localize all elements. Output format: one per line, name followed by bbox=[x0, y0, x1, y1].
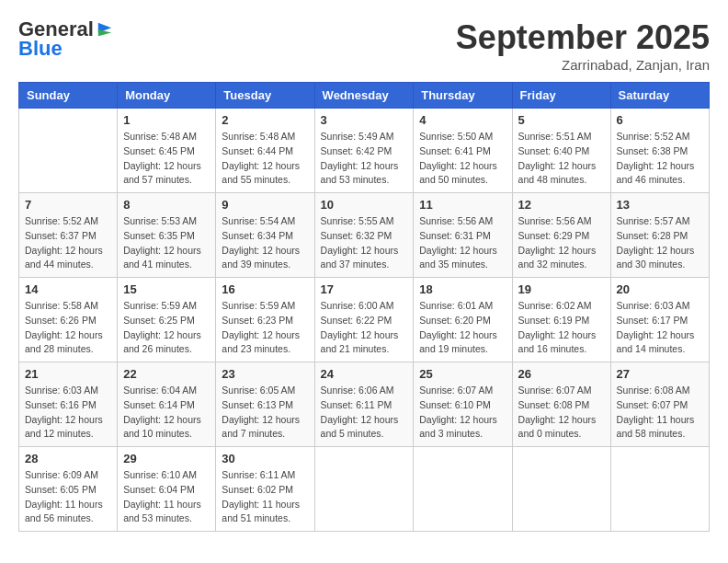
weekday-header-sunday: Sunday bbox=[19, 83, 118, 109]
calendar-cell bbox=[314, 447, 414, 532]
day-info: Sunrise: 5:52 AM Sunset: 6:37 PM Dayligh… bbox=[25, 214, 111, 272]
calendar-week-5: 28Sunrise: 6:09 AM Sunset: 6:05 PM Dayli… bbox=[19, 447, 710, 532]
day-number: 1 bbox=[123, 113, 210, 127]
day-info: Sunrise: 5:58 AM Sunset: 6:26 PM Dayligh… bbox=[25, 299, 111, 357]
day-info: Sunrise: 5:52 AM Sunset: 6:38 PM Dayligh… bbox=[617, 130, 703, 188]
location-subtitle: Zarrinabad, Zanjan, Iran bbox=[456, 57, 710, 73]
weekday-header-saturday: Saturday bbox=[610, 83, 709, 109]
day-info: Sunrise: 5:56 AM Sunset: 6:29 PM Dayligh… bbox=[518, 214, 605, 272]
calendar-cell: 11Sunrise: 5:56 AM Sunset: 6:31 PM Dayli… bbox=[414, 193, 512, 278]
calendar-cell: 13Sunrise: 5:57 AM Sunset: 6:28 PM Dayli… bbox=[610, 193, 709, 278]
calendar-cell: 15Sunrise: 5:59 AM Sunset: 6:25 PM Dayli… bbox=[118, 278, 216, 362]
day-info: Sunrise: 5:53 AM Sunset: 6:35 PM Dayligh… bbox=[123, 214, 210, 272]
day-number: 25 bbox=[419, 367, 506, 381]
calendar-cell: 24Sunrise: 6:06 AM Sunset: 6:11 PM Dayli… bbox=[314, 362, 414, 447]
calendar-cell: 14Sunrise: 5:58 AM Sunset: 6:26 PM Dayli… bbox=[19, 278, 118, 362]
calendar-cell: 1Sunrise: 5:48 AM Sunset: 6:45 PM Daylig… bbox=[118, 109, 216, 193]
day-info: Sunrise: 5:51 AM Sunset: 6:40 PM Dayligh… bbox=[518, 130, 605, 188]
weekday-header-friday: Friday bbox=[512, 83, 610, 109]
calendar-cell: 28Sunrise: 6:09 AM Sunset: 6:05 PM Dayli… bbox=[19, 447, 118, 532]
day-info: Sunrise: 5:48 AM Sunset: 6:45 PM Dayligh… bbox=[123, 130, 210, 188]
day-info: Sunrise: 6:11 AM Sunset: 6:02 PM Dayligh… bbox=[222, 468, 308, 526]
calendar-cell: 21Sunrise: 6:03 AM Sunset: 6:16 PM Dayli… bbox=[19, 362, 118, 447]
day-number: 3 bbox=[321, 113, 408, 127]
calendar-cell: 19Sunrise: 6:02 AM Sunset: 6:19 PM Dayli… bbox=[512, 278, 610, 362]
day-info: Sunrise: 5:55 AM Sunset: 6:32 PM Dayligh… bbox=[321, 214, 408, 272]
day-number: 2 bbox=[222, 113, 308, 127]
calendar-cell: 9Sunrise: 5:54 AM Sunset: 6:34 PM Daylig… bbox=[216, 193, 314, 278]
calendar-week-1: 1Sunrise: 5:48 AM Sunset: 6:45 PM Daylig… bbox=[19, 109, 710, 193]
calendar-cell: 25Sunrise: 6:07 AM Sunset: 6:10 PM Dayli… bbox=[414, 362, 512, 447]
calendar-week-4: 21Sunrise: 6:03 AM Sunset: 6:16 PM Dayli… bbox=[19, 362, 710, 447]
calendar-cell: 12Sunrise: 5:56 AM Sunset: 6:29 PM Dayli… bbox=[512, 193, 610, 278]
calendar-cell: 3Sunrise: 5:49 AM Sunset: 6:42 PM Daylig… bbox=[314, 109, 414, 193]
calendar-cell bbox=[512, 447, 610, 532]
day-info: Sunrise: 5:59 AM Sunset: 6:25 PM Dayligh… bbox=[123, 299, 210, 357]
day-number: 4 bbox=[419, 113, 506, 127]
day-number: 20 bbox=[617, 282, 703, 296]
day-info: Sunrise: 5:57 AM Sunset: 6:28 PM Dayligh… bbox=[617, 214, 703, 272]
day-number: 28 bbox=[25, 452, 111, 465]
day-number: 5 bbox=[518, 113, 605, 127]
calendar-cell: 27Sunrise: 6:08 AM Sunset: 6:07 PM Dayli… bbox=[610, 362, 709, 447]
day-number: 14 bbox=[25, 282, 111, 296]
day-info: Sunrise: 5:50 AM Sunset: 6:41 PM Dayligh… bbox=[419, 130, 506, 188]
day-info: Sunrise: 5:49 AM Sunset: 6:42 PM Dayligh… bbox=[321, 130, 408, 188]
calendar-cell: 10Sunrise: 5:55 AM Sunset: 6:32 PM Dayli… bbox=[314, 193, 414, 278]
calendar-cell: 16Sunrise: 5:59 AM Sunset: 6:23 PM Dayli… bbox=[216, 278, 314, 362]
weekday-header-thursday: Thursday bbox=[414, 83, 512, 109]
day-number: 15 bbox=[123, 282, 210, 296]
calendar-cell: 20Sunrise: 6:03 AM Sunset: 6:17 PM Dayli… bbox=[610, 278, 709, 362]
logo: General Blue bbox=[18, 18, 113, 61]
day-number: 11 bbox=[419, 198, 506, 212]
day-info: Sunrise: 6:04 AM Sunset: 6:14 PM Dayligh… bbox=[123, 384, 210, 442]
day-info: Sunrise: 6:07 AM Sunset: 6:08 PM Dayligh… bbox=[518, 384, 605, 442]
day-number: 24 bbox=[321, 367, 408, 381]
calendar-cell: 5Sunrise: 5:51 AM Sunset: 6:40 PM Daylig… bbox=[512, 109, 610, 193]
day-info: Sunrise: 5:48 AM Sunset: 6:44 PM Dayligh… bbox=[222, 130, 308, 188]
weekday-header-wednesday: Wednesday bbox=[314, 83, 414, 109]
day-info: Sunrise: 6:03 AM Sunset: 6:16 PM Dayligh… bbox=[25, 384, 111, 442]
logo-flag-icon bbox=[97, 21, 113, 38]
month-title: September 2025 bbox=[456, 18, 710, 57]
calendar-week-2: 7Sunrise: 5:52 AM Sunset: 6:37 PM Daylig… bbox=[19, 193, 710, 278]
day-info: Sunrise: 6:07 AM Sunset: 6:10 PM Dayligh… bbox=[419, 384, 506, 442]
day-number: 8 bbox=[123, 198, 210, 212]
day-number: 16 bbox=[222, 282, 308, 296]
calendar-cell: 26Sunrise: 6:07 AM Sunset: 6:08 PM Dayli… bbox=[512, 362, 610, 447]
day-number: 13 bbox=[617, 198, 703, 212]
calendar-cell: 18Sunrise: 6:01 AM Sunset: 6:20 PM Dayli… bbox=[414, 278, 512, 362]
day-number: 22 bbox=[123, 367, 210, 381]
calendar-table: SundayMondayTuesdayWednesdayThursdayFrid… bbox=[18, 82, 710, 532]
calendar-cell bbox=[19, 109, 118, 193]
title-block: September 2025 Zarrinabad, Zanjan, Iran bbox=[456, 18, 710, 73]
weekday-header-monday: Monday bbox=[118, 83, 216, 109]
weekday-header-row: SundayMondayTuesdayWednesdayThursdayFrid… bbox=[19, 83, 710, 109]
day-info: Sunrise: 6:02 AM Sunset: 6:19 PM Dayligh… bbox=[518, 299, 605, 357]
day-number: 6 bbox=[617, 113, 703, 127]
page-header: General Blue September 2025 Zarrinabad, … bbox=[18, 18, 710, 73]
day-info: Sunrise: 6:03 AM Sunset: 6:17 PM Dayligh… bbox=[617, 299, 703, 357]
day-info: Sunrise: 5:59 AM Sunset: 6:23 PM Dayligh… bbox=[222, 299, 308, 357]
day-info: Sunrise: 6:09 AM Sunset: 6:05 PM Dayligh… bbox=[25, 468, 111, 526]
calendar-cell: 29Sunrise: 6:10 AM Sunset: 6:04 PM Dayli… bbox=[118, 447, 216, 532]
calendar-cell: 7Sunrise: 5:52 AM Sunset: 6:37 PM Daylig… bbox=[19, 193, 118, 278]
day-info: Sunrise: 6:00 AM Sunset: 6:22 PM Dayligh… bbox=[321, 299, 408, 357]
calendar-cell: 30Sunrise: 6:11 AM Sunset: 6:02 PM Dayli… bbox=[216, 447, 314, 532]
calendar-cell: 22Sunrise: 6:04 AM Sunset: 6:14 PM Dayli… bbox=[118, 362, 216, 447]
calendar-header: SundayMondayTuesdayWednesdayThursdayFrid… bbox=[19, 83, 710, 109]
calendar-cell: 4Sunrise: 5:50 AM Sunset: 6:41 PM Daylig… bbox=[414, 109, 512, 193]
day-info: Sunrise: 6:10 AM Sunset: 6:04 PM Dayligh… bbox=[123, 468, 210, 526]
day-number: 18 bbox=[419, 282, 506, 296]
day-number: 17 bbox=[321, 282, 408, 296]
calendar-cell: 2Sunrise: 5:48 AM Sunset: 6:44 PM Daylig… bbox=[216, 109, 314, 193]
calendar-week-3: 14Sunrise: 5:58 AM Sunset: 6:26 PM Dayli… bbox=[19, 278, 710, 362]
day-info: Sunrise: 6:01 AM Sunset: 6:20 PM Dayligh… bbox=[419, 299, 506, 357]
calendar-body: 1Sunrise: 5:48 AM Sunset: 6:45 PM Daylig… bbox=[19, 109, 710, 532]
day-number: 12 bbox=[518, 198, 605, 212]
calendar-cell: 17Sunrise: 6:00 AM Sunset: 6:22 PM Dayli… bbox=[314, 278, 414, 362]
day-info: Sunrise: 5:54 AM Sunset: 6:34 PM Dayligh… bbox=[222, 214, 308, 272]
calendar-cell: 6Sunrise: 5:52 AM Sunset: 6:38 PM Daylig… bbox=[610, 109, 709, 193]
calendar-cell bbox=[414, 447, 512, 532]
day-number: 26 bbox=[518, 367, 605, 381]
